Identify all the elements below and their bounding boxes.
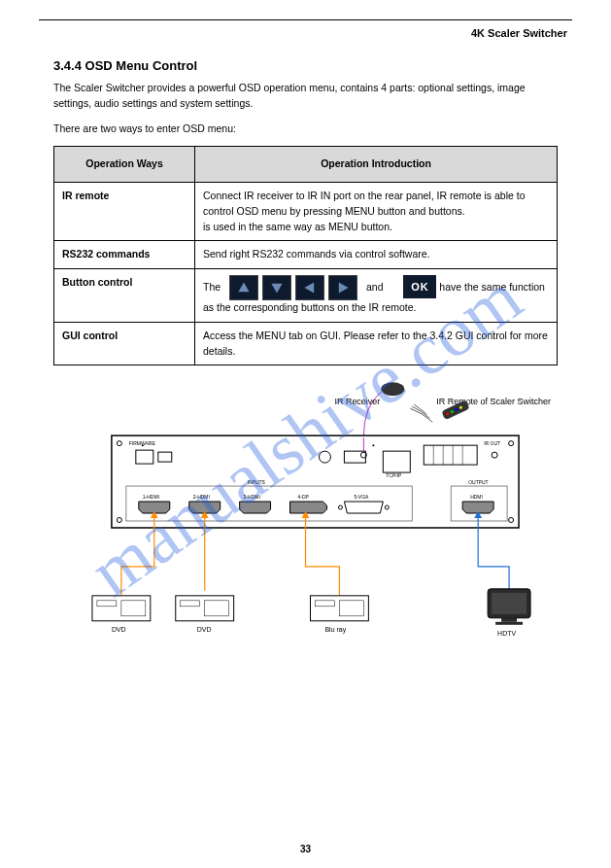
left-arrow-icon	[295, 275, 324, 300]
svg-marker-2	[304, 282, 314, 293]
bluray-device: Blu ray	[310, 596, 368, 634]
svg-rect-10	[112, 435, 519, 528]
svg-rect-61	[492, 593, 526, 614]
page-number: 33	[300, 844, 311, 854]
gui-control-label: GUI control	[54, 322, 195, 365]
svg-rect-63	[495, 622, 523, 625]
svg-text:2-HDMI: 2-HDMI	[193, 494, 210, 500]
ok-button-icon: OK	[403, 275, 436, 298]
ir-remote-desc: Connect IR receiver to IR IN port on the…	[195, 183, 558, 241]
table-row: IR remote Connect IR receiver to IR IN p…	[54, 183, 558, 241]
table-row: Button control The and OK have the same …	[54, 269, 558, 323]
svg-point-23	[372, 444, 374, 446]
svg-text:DVD: DVD	[197, 626, 212, 633]
svg-text:DVD: DVD	[112, 626, 126, 633]
svg-text:Blu ray: Blu ray	[324, 626, 346, 634]
svg-marker-3	[339, 282, 349, 293]
header-title: 4K Scaler Switcher	[471, 27, 567, 39]
hdtv-display: HDTV	[488, 589, 530, 637]
svg-text:HDTV: HDTV	[497, 630, 516, 637]
control-table: Operation Ways Operation Introduction IR…	[53, 146, 558, 365]
right-arrow-icon	[328, 275, 357, 300]
svg-text:TCP/IP: TCP/IP	[386, 472, 402, 478]
section-title: OSD Menu Control	[85, 58, 198, 73]
dvd-device-1: DVD	[92, 596, 151, 633]
svg-text:1-HDMI: 1-HDMI	[143, 494, 159, 500]
table-header-ways: Operation Ways	[54, 147, 195, 183]
dvd-device-2: DVD	[176, 596, 234, 633]
svg-text:FIRMWARE: FIRMWARE	[129, 440, 156, 446]
svg-point-4	[381, 383, 404, 397]
section-heading: 3.4.4 OSD Menu Control	[53, 58, 558, 73]
rs232-desc: Send right RS232 commands via control so…	[195, 241, 558, 269]
button-control-desc: The and OK have the same function as the…	[195, 269, 558, 323]
svg-marker-0	[238, 282, 249, 292]
section-number: 3.4.4	[53, 58, 82, 73]
up-arrow-icon	[229, 275, 258, 300]
svg-text:5-VGA: 5-VGA	[354, 494, 369, 500]
gui-control-desc: Access the MENU tab on GUI. Please refer…	[195, 322, 558, 365]
button-control-label: Button control	[54, 269, 195, 323]
svg-text:HDMI: HDMI	[470, 494, 483, 500]
svg-text:4-DP: 4-DP	[298, 494, 310, 500]
svg-text:INPUTS: INPUTS	[248, 479, 266, 485]
rs232-label: RS232 commands	[54, 241, 195, 269]
ir-remote-label: IR remote	[54, 183, 195, 241]
svg-text:IR OUT: IR OUT	[484, 440, 500, 446]
svg-rect-62	[501, 618, 517, 622]
down-arrow-icon	[262, 275, 291, 300]
main-content: 3.4.4 OSD Menu Control The Scaler Switch…	[53, 58, 558, 649]
ir-receiver-label: IR Receiver	[334, 397, 380, 406]
connection-diagram: IR Receiver IR Remote of Scaler Switcher	[53, 377, 558, 649]
svg-marker-1	[271, 284, 282, 294]
intro-paragraph-2: There are two ways to enter OSD menu:	[53, 122, 558, 137]
svg-text:3-HDMI: 3-HDMI	[244, 494, 260, 500]
table-header-intro: Operation Introduction	[195, 147, 558, 183]
intro-paragraph-1: The Scaler Switcher provides a powerful …	[53, 81, 558, 112]
table-header-row: Operation Ways Operation Introduction	[54, 147, 558, 183]
svg-text:OUTPUT: OUTPUT	[468, 479, 489, 485]
table-row: RS232 commands Send right RS232 commands…	[54, 241, 558, 269]
table-row: GUI control Access the MENU tab on GUI. …	[54, 322, 558, 365]
ir-remote-label: IR Remote of Scaler Switcher	[436, 397, 551, 406]
nav-buttons-group	[229, 275, 357, 300]
